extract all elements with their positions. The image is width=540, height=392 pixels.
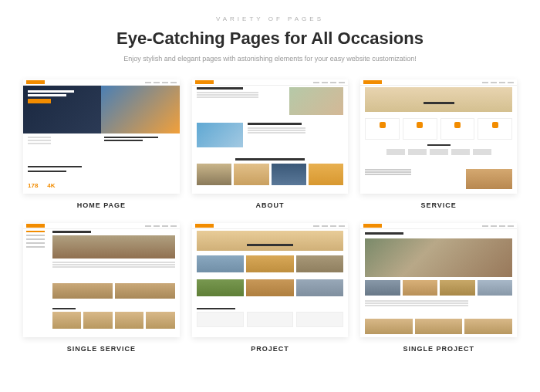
card-service: SERVICE: [360, 79, 517, 209]
subtitle: Enjoy stylish and elegant pages with ast…: [23, 55, 517, 63]
card-home: 178 4K HOME PAGE: [23, 79, 180, 209]
card-about: ABOUT: [192, 79, 349, 209]
thumb-home[interactable]: 178 4K: [23, 79, 180, 194]
caption-service: SERVICE: [420, 201, 456, 209]
pages-grid: 178 4K HOME PAGE ABOUT SERVICE SINGLE SE…: [23, 79, 517, 353]
caption-project: PROJECT: [251, 345, 289, 353]
eyebrow: VARIETY OF PAGES: [23, 15, 517, 22]
thumb-project[interactable]: [192, 223, 349, 337]
stat-2: 4K: [47, 182, 55, 189]
card-project: PROJECT: [192, 223, 349, 353]
stat-1: 178: [28, 182, 38, 189]
thumb-single-project[interactable]: [360, 223, 517, 337]
card-single-service: SINGLE SERVICE: [23, 223, 180, 353]
caption-single-service: SINGLE SERVICE: [67, 345, 136, 353]
thumb-service[interactable]: [360, 79, 517, 194]
page-title: Eye-Catching Pages for All Occasions: [23, 29, 517, 49]
caption-about: ABOUT: [255, 201, 284, 209]
caption-single-project: SINGLE PROJECT: [403, 345, 474, 353]
thumb-single-service[interactable]: [23, 223, 180, 337]
caption-home: HOME PAGE: [77, 201, 126, 209]
thumb-about[interactable]: [192, 79, 349, 194]
card-single-project: SINGLE PROJECT: [360, 223, 517, 353]
